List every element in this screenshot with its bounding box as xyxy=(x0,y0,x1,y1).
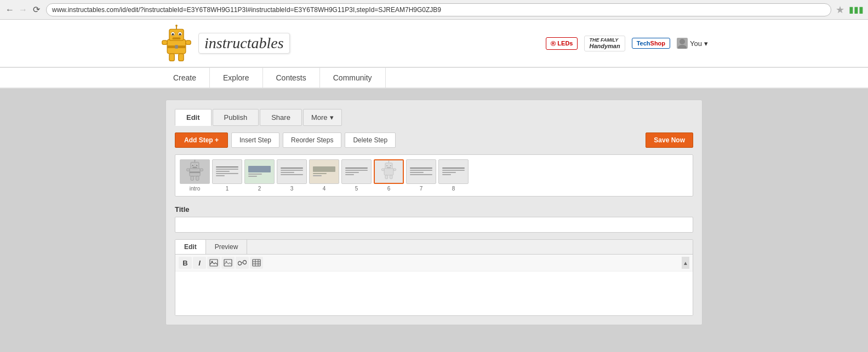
page-wrapper: instructables ® LEDs THE FAMILYHandyman … xyxy=(0,20,868,352)
nav-item-create[interactable]: Create xyxy=(160,68,210,88)
svg-point-20 xyxy=(194,159,195,160)
thumb-line xyxy=(313,166,336,172)
steps-strip: intro 1 xyxy=(175,154,693,197)
svg-rect-11 xyxy=(169,54,174,61)
partner-techshop[interactable]: TechShop xyxy=(632,38,670,49)
format-image-alt-button[interactable] xyxy=(221,257,235,269)
step-thumb-3 xyxy=(277,159,307,184)
more-dropdown-button[interactable]: More ▾ xyxy=(303,109,342,126)
thumb-line xyxy=(442,174,452,175)
save-now-button[interactable]: Save Now xyxy=(646,132,693,148)
nav-item-contests[interactable]: Contests xyxy=(263,68,320,88)
format-table-button[interactable] xyxy=(250,257,263,269)
intro-robot-icon xyxy=(185,159,204,184)
svg-rect-12 xyxy=(179,54,184,61)
thumb-lines-1 xyxy=(214,165,241,179)
thumb-line xyxy=(281,168,304,169)
svg-rect-13 xyxy=(162,41,167,44)
user-label: You xyxy=(690,39,702,48)
step-item-8[interactable]: 8 xyxy=(438,159,469,192)
editor-scrollbar[interactable]: ▲ xyxy=(682,257,689,269)
bookmark-icon[interactable]: ★ xyxy=(836,4,844,16)
step-thumb-1 xyxy=(212,159,242,184)
step-label-3: 3 xyxy=(290,186,294,192)
thumb-line xyxy=(442,170,465,171)
step-item-1[interactable]: 1 xyxy=(212,159,242,192)
steps-row: intro 1 xyxy=(180,159,688,192)
step-thumb-6 xyxy=(374,159,404,184)
refresh-button[interactable]: ⟳ xyxy=(31,4,42,15)
tab-publish[interactable]: Publish xyxy=(213,109,259,126)
svg-rect-25 xyxy=(192,166,197,168)
format-image-button[interactable] xyxy=(207,257,220,269)
thumb-lines-8 xyxy=(441,166,467,178)
svg-point-34 xyxy=(389,160,390,161)
logo-robot-icon[interactable] xyxy=(160,24,193,62)
delete-step-button[interactable]: Delete Step xyxy=(345,132,396,148)
main-content: Edit Publish Share More ▾ Add Step + Ins… xyxy=(160,89,708,336)
format-italic-button[interactable]: I xyxy=(193,257,206,269)
thumb-line xyxy=(442,172,456,173)
step-item-3[interactable]: 3 xyxy=(277,159,307,192)
address-bar[interactable] xyxy=(52,6,825,14)
nav-item-community[interactable]: Community xyxy=(320,68,386,88)
svg-point-24 xyxy=(196,164,197,165)
header-top: instructables ® LEDs THE FAMILYHandyman … xyxy=(160,20,708,67)
format-link-button[interactable] xyxy=(236,257,249,269)
techshop-label: TechShop xyxy=(637,40,665,47)
thumb-line xyxy=(248,174,262,175)
thumb-line xyxy=(442,168,465,169)
title-input[interactable] xyxy=(175,217,693,233)
content-area[interactable] xyxy=(175,272,693,315)
format-bold-button[interactable]: B xyxy=(179,257,192,269)
step-thumb-7 xyxy=(406,159,436,184)
logo-text: instructables xyxy=(204,34,284,51)
step-label-6: 6 xyxy=(387,186,391,192)
partner-handyman[interactable]: THE FAMILYHandyman xyxy=(584,36,625,51)
svg-rect-40 xyxy=(381,169,384,171)
svg-rect-42 xyxy=(385,175,388,179)
editor-tabs: Edit Publish Share More ▾ xyxy=(175,109,693,126)
back-button[interactable]: ← xyxy=(4,4,15,15)
reorder-steps-button[interactable]: Reorder Steps xyxy=(283,132,341,148)
browser-chrome: ← → ⟳ ★ ▮▮▮ xyxy=(0,0,868,20)
content-tab-preview[interactable]: Preview xyxy=(206,240,248,254)
thumb-line xyxy=(216,169,239,170)
step-item-6[interactable]: 6 xyxy=(374,159,404,192)
content-editor-toolbar: B I ▲ xyxy=(175,255,693,272)
tab-edit[interactable]: Edit xyxy=(175,109,212,126)
more-dropdown-icon: ▾ xyxy=(330,113,334,122)
thumb-line xyxy=(248,166,271,172)
thumb-line xyxy=(410,170,433,171)
thumb-lines-4 xyxy=(311,165,338,179)
add-step-button[interactable]: Add Step + xyxy=(175,132,228,148)
step-item-5[interactable]: 5 xyxy=(341,159,372,192)
insert-step-button[interactable]: Insert Step xyxy=(231,132,279,148)
editor-container: Edit Publish Share More ▾ Add Step + Ins… xyxy=(165,100,703,325)
svg-rect-46 xyxy=(224,259,232,266)
content-tab-edit[interactable]: Edit xyxy=(175,240,206,254)
user-menu[interactable]: You ▾ xyxy=(677,38,708,49)
nav-bar: Create Explore Contests Community xyxy=(0,67,868,89)
step-item-intro[interactable]: intro xyxy=(180,159,210,192)
site-logo[interactable]: instructables xyxy=(198,33,290,54)
step-label-intro: intro xyxy=(190,186,200,192)
forward-button[interactable]: → xyxy=(18,4,28,15)
partner-leds[interactable]: ® LEDs xyxy=(546,37,578,50)
thumb-line xyxy=(410,172,424,173)
step-item-2[interactable]: 2 xyxy=(244,159,275,192)
svg-rect-31 xyxy=(384,168,393,175)
tab-share[interactable]: Share xyxy=(260,109,302,126)
nav-item-explore[interactable]: Explore xyxy=(210,68,262,88)
site-header: instructables ® LEDs THE FAMILYHandyman … xyxy=(0,20,868,67)
step-item-7[interactable]: 7 xyxy=(406,159,436,192)
title-section: Title xyxy=(175,205,693,233)
browser-right-icons: ★ ▮▮▮ xyxy=(836,4,864,16)
handyman-label: THE FAMILYHandyman xyxy=(589,38,620,49)
svg-rect-26 xyxy=(190,171,200,173)
svg-rect-43 xyxy=(390,175,392,179)
step-thumb-5 xyxy=(341,159,372,184)
address-bar-container xyxy=(46,3,831,16)
step-item-4[interactable]: 4 xyxy=(309,159,339,192)
thumb-line xyxy=(216,166,239,168)
